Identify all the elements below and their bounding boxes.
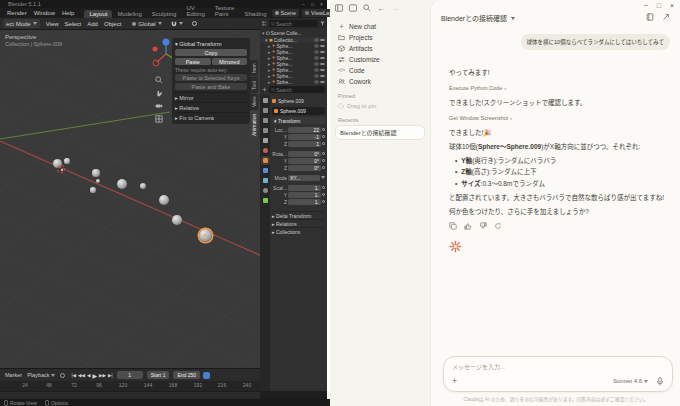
- location-y-field[interactable]: -1: [288, 134, 321, 140]
- tab-uv-editing[interactable]: UV Editing: [181, 4, 209, 18]
- eye-visibility-icon[interactable]: [314, 68, 319, 72]
- frame-end-field[interactable]: End 250: [173, 371, 200, 379]
- menu-help[interactable]: Help: [62, 10, 74, 16]
- collections-section[interactable]: ▸ Collections: [272, 227, 325, 235]
- sphere-object[interactable]: [140, 183, 146, 189]
- minimize-icon[interactable]: −: [644, 2, 648, 9]
- sidebar-item-code[interactable]: </> Code: [335, 65, 425, 75]
- snap-magnet-toggle[interactable]: [168, 19, 186, 28]
- fix-to-camera-section[interactable]: ▸ Fix to Camera: [175, 112, 247, 122]
- 3d-viewport[interactable]: Perspective Collection | Sphere.009: [0, 30, 260, 368]
- properties-search-input[interactable]: Search: [269, 86, 325, 93]
- viewlayer-tab-icon[interactable]: [263, 128, 268, 133]
- scale-x-field[interactable]: 1.: [288, 185, 321, 191]
- sphere-object[interactable]: [90, 187, 95, 192]
- outliner-row-scene-collection[interactable]: ▾ Scene Colle...: [260, 30, 327, 36]
- eye-visibility-icon[interactable]: [314, 62, 319, 66]
- menu-window[interactable]: Window: [34, 10, 55, 16]
- relations-section[interactable]: ▸ Relations: [272, 219, 325, 227]
- scale-z-field[interactable]: 1.: [288, 199, 321, 205]
- next-keyframe-button[interactable]: ▶▶: [99, 373, 106, 378]
- lock-icon[interactable]: [322, 159, 325, 162]
- back-arrow-icon[interactable]: ←: [377, 4, 385, 13]
- scene-selector[interactable]: Scene: [272, 9, 300, 17]
- eye-visibility-icon[interactable]: [314, 56, 319, 60]
- play-button[interactable]: ▶: [92, 372, 97, 379]
- lock-icon[interactable]: [322, 193, 325, 196]
- output-tab-icon[interactable]: [263, 118, 268, 123]
- prev-keyframe-button[interactable]: ◀◀: [78, 373, 85, 378]
- close-icon[interactable]: ×: [320, 0, 323, 8]
- sphere-object[interactable]: [64, 158, 69, 163]
- maximize-icon[interactable]: □: [657, 2, 661, 9]
- retry-icon[interactable]: [494, 222, 502, 230]
- model-selector[interactable]: Sonnet 4.6: [613, 378, 648, 384]
- delta-transform-section[interactable]: ▸ Delta Transform: [272, 211, 325, 219]
- tool-call-get-screenshot[interactable]: Get Window Screenshot›: [449, 114, 675, 122]
- rotation-z-field[interactable]: 0°: [288, 165, 321, 171]
- keying-set-icon[interactable]: [203, 372, 210, 379]
- paste-selected-keys-button[interactable]: Paste to Selected Keys: [175, 74, 247, 81]
- thumbs-down-icon[interactable]: [479, 222, 487, 230]
- chat-title-dropdown[interactable]: Blenderとの接続確認: [441, 13, 515, 23]
- recent-chat-item-selected[interactable]: Blenderとの接続確認: [335, 125, 425, 140]
- camera-render-icon[interactable]: [320, 44, 325, 48]
- tool-call-execute-python[interactable]: Execute Python Code›: [449, 84, 675, 92]
- ntab-item[interactable]: Item: [250, 60, 258, 76]
- tab-texture-paint[interactable]: Texture Paint: [210, 4, 240, 18]
- rotation-mode-dropdown[interactable]: XY...: [288, 175, 320, 181]
- menu-add[interactable]: Add: [87, 21, 98, 27]
- close-icon[interactable]: ×: [670, 2, 674, 9]
- eye-visibility-icon[interactable]: [314, 44, 319, 48]
- physics-tab-icon[interactable]: [263, 188, 268, 193]
- ntab-tool[interactable]: Tool: [250, 77, 258, 93]
- location-z-field[interactable]: 1: [288, 141, 321, 147]
- jump-to-start-button[interactable]: |◀: [71, 373, 76, 378]
- sidebar-item-customize[interactable]: Customize: [335, 54, 425, 64]
- sidebar-item-projects[interactable]: Projects: [335, 32, 425, 42]
- pan-hand-icon[interactable]: [153, 87, 164, 98]
- sphere-object[interactable]: [172, 215, 181, 224]
- autokey-record-button[interactable]: [60, 373, 65, 378]
- tab-sculpting[interactable]: Sculpting: [147, 10, 182, 18]
- tab-shading[interactable]: Shading: [239, 10, 271, 18]
- microphone-icon[interactable]: [656, 377, 664, 386]
- outliner-search-input[interactable]: Search: [269, 20, 318, 27]
- jump-to-end-button[interactable]: ▶|: [108, 373, 113, 378]
- sphere-object-selected[interactable]: [199, 229, 212, 242]
- ntab-animation[interactable]: Animation: [250, 111, 258, 139]
- eye-visibility-icon[interactable]: [314, 38, 319, 42]
- lock-icon[interactable]: [322, 152, 325, 155]
- mode-dropdown[interactable]: ect Mode: [3, 19, 40, 28]
- zoom-tool-icon[interactable]: [153, 74, 164, 85]
- search-icon[interactable]: [363, 4, 371, 12]
- object-name-field[interactable]: Sphere.009: [272, 107, 325, 115]
- menu-render[interactable]: Render: [7, 10, 27, 16]
- camera-render-icon[interactable]: [320, 74, 325, 78]
- camera-render-icon[interactable]: [320, 56, 325, 60]
- lock-icon[interactable]: [322, 186, 325, 189]
- marker-menu[interactable]: Marker: [5, 372, 22, 378]
- tab-layout[interactable]: Layout: [84, 10, 112, 18]
- object-tab-icon[interactable]: [263, 158, 268, 163]
- playback-menu[interactable]: Playback: [27, 372, 55, 378]
- rotation-x-field[interactable]: 0°: [288, 151, 321, 157]
- modifiers-tab-icon[interactable]: [263, 168, 268, 173]
- paste-button[interactable]: Paste: [175, 58, 211, 65]
- menu-select[interactable]: Select: [65, 21, 82, 27]
- frame-start-field[interactable]: Start 1: [147, 371, 170, 379]
- minimize-icon[interactable]: −: [302, 0, 305, 8]
- filter-funnel-icon[interactable]: [320, 21, 325, 26]
- outliner-row-collection[interactable]: ▾ Collectio...: [260, 37, 327, 43]
- paste-and-bake-button[interactable]: Paste and Bake: [175, 83, 247, 90]
- scene-tab-icon[interactable]: [263, 138, 268, 143]
- eye-visibility-icon[interactable]: [314, 50, 319, 54]
- copy-button[interactable]: Copy: [175, 49, 247, 56]
- lock-icon[interactable]: [322, 128, 325, 131]
- journal-icon[interactable]: [646, 13, 654, 21]
- camera-view-icon[interactable]: [153, 100, 164, 111]
- new-window-icon[interactable]: [349, 4, 357, 12]
- copy-icon[interactable]: [449, 222, 457, 230]
- transform-section-header[interactable]: ▾ Transform: [272, 117, 325, 124]
- world-tab-icon[interactable]: [263, 148, 268, 153]
